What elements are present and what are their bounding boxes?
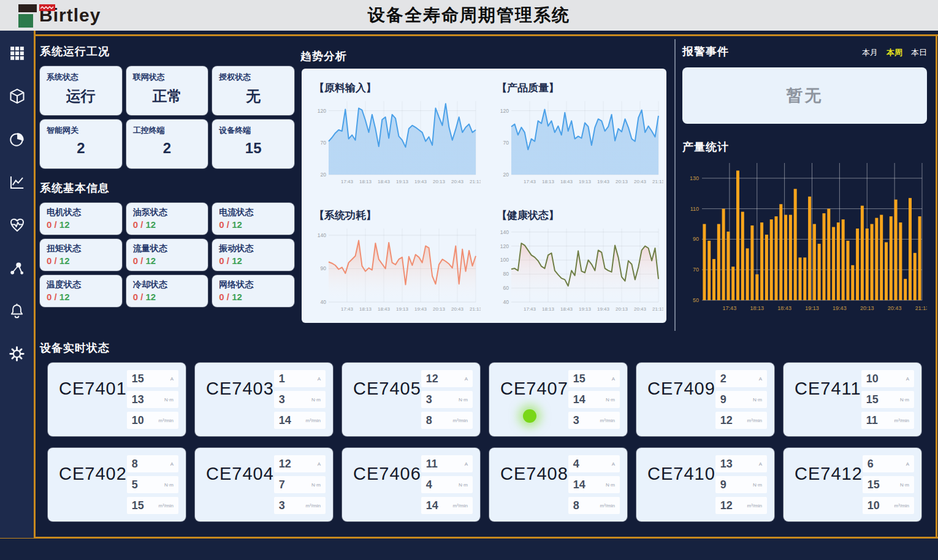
tab-today[interactable]: 本日 [911,47,927,58]
info-card[interactable]: 温度状态 0 / 12 [40,275,122,307]
cube-3d-icon[interactable] [8,87,26,105]
device-name: CE7408 [500,464,568,515]
device-card[interactable]: CE7402 8 A 5 N·m 15 m³/min [48,448,186,521]
info-card[interactable]: 电机状态 0 / 12 [40,203,122,235]
device-card[interactable]: CE7412 6 A 15 N·m 10 m³/min [784,448,921,521]
svg-text:20: 20 [503,172,509,178]
chart-title: 【原料输入】 [314,81,481,95]
device-card[interactable]: CE7406 11 A 4 N·m 14 m³/min [342,448,480,521]
svg-text:19:43: 19:43 [597,179,610,184]
info-card[interactable]: 油泵状态 0 / 12 [126,203,208,235]
status-card-label: 工控终端 [133,125,202,136]
info-card[interactable]: 电流状态 0 / 12 [212,203,294,235]
device-card[interactable]: CE7408 4 A 14 N·m 8 m³/min [489,448,627,521]
device-metric-unit: N·m [311,397,321,403]
production-bar-chart: 17:4318:1318:4319:1319:4320:1320:4321:13… [682,156,927,319]
device-name: CE7406 [353,464,421,515]
svg-text:19:13: 19:13 [579,306,592,312]
status-card[interactable]: 智能网关 2 [40,119,122,168]
status-card[interactable]: 授权状态 无 [212,66,294,115]
svg-text:19:43: 19:43 [597,306,610,312]
status-card-value: 正常 [133,86,202,106]
info-card-label: 扭矩状态 [47,243,115,254]
chart-raw-input: 【原料输入】 207012017:4318:1318:4319:1319:432… [302,69,484,196]
device-metric-unit: A [612,461,615,467]
svg-text:18:13: 18:13 [359,179,372,184]
health-heart-icon[interactable] [8,216,26,234]
device-metric-row: 2 A [715,370,767,387]
device-metric-unit: m³/min [306,418,321,423]
svg-text:21:13: 21:13 [652,306,663,312]
device-metric-unit: m³/min [894,418,909,423]
info-card[interactable]: 扭矩状态 0 / 12 [40,239,122,271]
svg-text:18:13: 18:13 [542,306,555,312]
device-metric-value: 8 [573,499,579,512]
device-metric-value: 15 [573,373,585,385]
svg-text:17:43: 17:43 [524,179,536,184]
info-card-label: 油泵状态 [133,207,202,218]
running-indicator [523,409,536,423]
device-metric-row: 13 N·m [127,391,178,408]
device-card[interactable]: CE7410 13 A 9 N·m 12 m³/min [636,448,774,521]
device-metric-unit: A [759,461,762,467]
device-metric-value: 2 [720,373,726,385]
topology-molecule-icon[interactable] [8,259,26,277]
tab-this-month[interactable]: 本月 [862,47,878,58]
info-card[interactable]: 流量状态 0 / 12 [126,239,208,271]
device-metric-unit: m³/min [453,418,468,423]
device-card[interactable]: CE7403 1 A 3 N·m 14 m³/min [195,363,333,436]
trend-title: 趋势分析 [300,49,347,64]
device-card[interactable]: CE7409 2 A 9 N·m 12 m³/min [636,363,774,436]
device-metric-row: 15 N·m [863,476,914,493]
pie-chart-icon[interactable] [8,130,26,148]
device-metric-row: 5 N·m [127,476,178,493]
device-values: 6 A 15 N·m 10 m³/min [863,455,914,515]
device-values: 15 A 14 N·m 3 m³/min [568,370,620,430]
device-metric-value: 8 [426,414,432,427]
alarm-bell-icon[interactable] [8,301,26,320]
device-card[interactable]: CE7401 15 A 13 N·m 10 m³/min [48,363,186,436]
device-metric-row: 8 m³/min [568,497,620,514]
device-metric-value: 6 [867,458,874,471]
status-card[interactable]: 系统状态 运行 [40,66,122,115]
device-card[interactable]: CE7411 10 A 15 N·m 11 m³/min [784,363,921,436]
status-card[interactable]: 联网状态 正常 [126,66,208,115]
status-card[interactable]: 设备终端 15 [212,119,294,168]
device-metric-unit: N·m [459,482,468,488]
svg-text:18:43: 18:43 [560,179,573,184]
svg-text:90: 90 [693,236,699,242]
column-divider [674,39,676,331]
info-card-label: 流量状态 [133,243,202,254]
tab-this-week[interactable]: 本周 [887,47,902,58]
device-metric-unit: m³/min [747,418,762,423]
status-card[interactable]: 工控终端 2 [126,119,208,168]
device-card[interactable]: CE7407 15 A 14 N·m 3 m³/min [489,363,627,436]
status-card-label: 授权状态 [219,72,288,83]
trend-line-icon[interactable] [8,173,26,191]
device-card[interactable]: CE7404 12 A 7 N·m 3 m³/min [195,448,333,521]
device-metric-value: 9 [720,479,726,491]
device-name: CE7409 [647,379,715,430]
app-header: Birtley 设备全寿命周期管理系统 [0,0,938,31]
svg-text:21:13: 21:13 [470,179,481,184]
info-card[interactable]: 振动状态 0 / 12 [212,239,294,271]
app-grid-icon[interactable] [8,44,26,62]
device-metric-value: 7 [279,479,285,491]
device-metric-unit: N·m [753,482,762,488]
production-title: 产量统计 [682,140,927,154]
info-card[interactable]: 冷却状态 0 / 12 [126,275,208,307]
status-card-label: 设备终端 [219,125,288,136]
device-metric-value: 14 [426,499,438,512]
status-card-value: 2 [47,140,115,157]
svg-text:20: 20 [321,172,327,178]
device-card[interactable]: CE7405 12 A 3 N·m 8 m³/min [342,363,480,436]
svg-text:80: 80 [503,271,509,277]
device-metric-value: 3 [426,393,432,406]
footer-bar [0,539,938,560]
device-metric-row: 1 A [274,370,326,387]
device-metric-value: 15 [132,499,144,512]
svg-text:120: 120 [318,108,326,114]
svg-text:18:43: 18:43 [777,305,791,311]
settings-gear-icon[interactable] [8,344,26,363]
info-card[interactable]: 网络状态 0 / 12 [212,275,294,307]
